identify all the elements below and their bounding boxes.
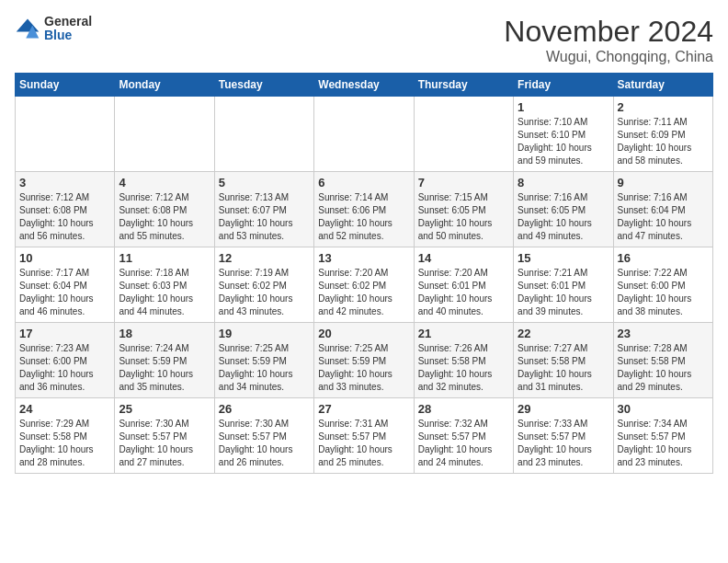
calendar-cell: 9Sunrise: 7:16 AM Sunset: 6:04 PM Daylig… xyxy=(613,172,712,247)
day-number: 13 xyxy=(318,251,409,265)
day-number: 17 xyxy=(19,327,110,340)
calendar-header: SundayMondayTuesdayWednesdayThursdayFrid… xyxy=(16,74,713,97)
day-number: 20 xyxy=(318,327,409,340)
weekday-header: Monday xyxy=(115,74,214,97)
day-info: Sunrise: 7:25 AM Sunset: 5:59 PM Dayligh… xyxy=(318,342,409,394)
day-info: Sunrise: 7:10 AM Sunset: 6:10 PM Dayligh… xyxy=(518,116,609,167)
calendar-cell: 6Sunrise: 7:14 AM Sunset: 6:06 PM Daylig… xyxy=(314,172,414,247)
calendar-cell: 5Sunrise: 7:13 AM Sunset: 6:07 PM Daylig… xyxy=(214,172,313,247)
calendar-cell: 29Sunrise: 7:33 AM Sunset: 5:57 PM Dayli… xyxy=(514,398,613,474)
day-number: 23 xyxy=(618,327,709,340)
day-number: 15 xyxy=(518,251,609,265)
day-number: 4 xyxy=(119,176,210,190)
day-number: 25 xyxy=(119,402,210,416)
calendar-cell xyxy=(314,97,414,172)
calendar-cell xyxy=(414,97,513,172)
day-info: Sunrise: 7:12 AM Sunset: 6:08 PM Dayligh… xyxy=(19,191,110,243)
day-info: Sunrise: 7:20 AM Sunset: 6:02 PM Dayligh… xyxy=(318,267,409,318)
day-number: 18 xyxy=(119,327,210,340)
svg-marker-0 xyxy=(17,19,40,32)
calendar-cell: 14Sunrise: 7:20 AM Sunset: 6:01 PM Dayli… xyxy=(414,247,513,323)
calendar-cell: 19Sunrise: 7:25 AM Sunset: 5:59 PM Dayli… xyxy=(214,323,313,398)
day-info: Sunrise: 7:33 AM Sunset: 5:57 PM Dayligh… xyxy=(518,418,609,469)
page-header: General Blue November 2024 Wugui, Chongq… xyxy=(15,15,713,65)
logo: General Blue xyxy=(15,15,92,43)
calendar-cell: 28Sunrise: 7:32 AM Sunset: 5:57 PM Dayli… xyxy=(414,398,513,474)
calendar-cell: 17Sunrise: 7:23 AM Sunset: 6:00 PM Dayli… xyxy=(16,323,115,398)
day-info: Sunrise: 7:16 AM Sunset: 6:05 PM Dayligh… xyxy=(518,191,609,243)
logo-general: General xyxy=(44,15,92,29)
day-info: Sunrise: 7:30 AM Sunset: 5:57 PM Dayligh… xyxy=(119,418,210,469)
calendar-cell: 1Sunrise: 7:10 AM Sunset: 6:10 PM Daylig… xyxy=(514,97,613,172)
calendar-cell: 18Sunrise: 7:24 AM Sunset: 5:59 PM Dayli… xyxy=(115,323,214,398)
day-info: Sunrise: 7:12 AM Sunset: 6:08 PM Dayligh… xyxy=(119,191,210,243)
logo-text: General Blue xyxy=(44,15,92,43)
calendar-cell: 4Sunrise: 7:12 AM Sunset: 6:08 PM Daylig… xyxy=(115,172,214,247)
calendar-cell: 3Sunrise: 7:12 AM Sunset: 6:08 PM Daylig… xyxy=(16,172,115,247)
calendar-cell: 30Sunrise: 7:34 AM Sunset: 5:57 PM Dayli… xyxy=(613,398,712,474)
day-number: 7 xyxy=(418,176,509,190)
day-number: 3 xyxy=(19,176,110,190)
day-number: 21 xyxy=(418,327,509,340)
calendar-cell: 23Sunrise: 7:28 AM Sunset: 5:58 PM Dayli… xyxy=(613,323,712,398)
day-info: Sunrise: 7:31 AM Sunset: 5:57 PM Dayligh… xyxy=(318,418,409,469)
weekday-header: Wednesday xyxy=(314,74,414,97)
day-info: Sunrise: 7:20 AM Sunset: 6:01 PM Dayligh… xyxy=(418,267,509,318)
month-title: November 2024 xyxy=(504,15,713,49)
weekday-header: Friday xyxy=(514,74,613,97)
day-info: Sunrise: 7:23 AM Sunset: 6:00 PM Dayligh… xyxy=(19,342,110,394)
day-info: Sunrise: 7:18 AM Sunset: 6:03 PM Dayligh… xyxy=(119,267,210,318)
calendar-week-row: 3Sunrise: 7:12 AM Sunset: 6:08 PM Daylig… xyxy=(16,172,713,247)
day-number: 30 xyxy=(618,402,709,416)
day-info: Sunrise: 7:32 AM Sunset: 5:57 PM Dayligh… xyxy=(418,418,509,469)
calendar-cell: 16Sunrise: 7:22 AM Sunset: 6:00 PM Dayli… xyxy=(613,247,712,323)
day-info: Sunrise: 7:29 AM Sunset: 5:58 PM Dayligh… xyxy=(19,418,110,469)
day-number: 9 xyxy=(618,176,709,190)
calendar-cell: 13Sunrise: 7:20 AM Sunset: 6:02 PM Dayli… xyxy=(314,247,414,323)
day-number: 14 xyxy=(418,251,509,265)
calendar-cell: 7Sunrise: 7:15 AM Sunset: 6:05 PM Daylig… xyxy=(414,172,513,247)
day-info: Sunrise: 7:34 AM Sunset: 5:57 PM Dayligh… xyxy=(618,418,709,469)
day-number: 28 xyxy=(418,402,509,416)
logo-blue: Blue xyxy=(44,29,92,42)
calendar-week-row: 17Sunrise: 7:23 AM Sunset: 6:00 PM Dayli… xyxy=(16,323,713,398)
day-info: Sunrise: 7:28 AM Sunset: 5:58 PM Dayligh… xyxy=(618,342,709,394)
weekday-header: Tuesday xyxy=(214,74,313,97)
day-info: Sunrise: 7:22 AM Sunset: 6:00 PM Dayligh… xyxy=(618,267,709,318)
calendar-week-row: 1Sunrise: 7:10 AM Sunset: 6:10 PM Daylig… xyxy=(16,97,713,172)
weekday-header: Saturday xyxy=(613,74,712,97)
day-info: Sunrise: 7:27 AM Sunset: 5:58 PM Dayligh… xyxy=(518,342,609,394)
day-info: Sunrise: 7:30 AM Sunset: 5:57 PM Dayligh… xyxy=(219,418,310,469)
weekday-row: SundayMondayTuesdayWednesdayThursdayFrid… xyxy=(16,74,713,97)
calendar-cell: 2Sunrise: 7:11 AM Sunset: 6:09 PM Daylig… xyxy=(613,97,712,172)
calendar-week-row: 10Sunrise: 7:17 AM Sunset: 6:04 PM Dayli… xyxy=(16,247,713,323)
calendar-cell: 12Sunrise: 7:19 AM Sunset: 6:02 PM Dayli… xyxy=(214,247,313,323)
calendar-cell: 22Sunrise: 7:27 AM Sunset: 5:58 PM Dayli… xyxy=(514,323,613,398)
day-info: Sunrise: 7:26 AM Sunset: 5:58 PM Dayligh… xyxy=(418,342,509,394)
day-info: Sunrise: 7:19 AM Sunset: 6:02 PM Dayligh… xyxy=(219,267,310,318)
day-info: Sunrise: 7:11 AM Sunset: 6:09 PM Dayligh… xyxy=(618,116,709,167)
day-number: 22 xyxy=(518,327,609,340)
day-number: 8 xyxy=(518,176,609,190)
calendar-cell: 11Sunrise: 7:18 AM Sunset: 6:03 PM Dayli… xyxy=(115,247,214,323)
calendar-cell xyxy=(115,97,214,172)
calendar-cell: 27Sunrise: 7:31 AM Sunset: 5:57 PM Dayli… xyxy=(314,398,414,474)
calendar-body: 1Sunrise: 7:10 AM Sunset: 6:10 PM Daylig… xyxy=(16,97,713,474)
day-number: 12 xyxy=(219,251,310,265)
day-number: 26 xyxy=(219,402,310,416)
day-number: 2 xyxy=(618,100,709,114)
day-number: 5 xyxy=(219,176,310,190)
day-info: Sunrise: 7:14 AM Sunset: 6:06 PM Dayligh… xyxy=(318,191,409,243)
calendar-cell: 15Sunrise: 7:21 AM Sunset: 6:01 PM Dayli… xyxy=(514,247,613,323)
calendar-cell: 8Sunrise: 7:16 AM Sunset: 6:05 PM Daylig… xyxy=(514,172,613,247)
day-number: 6 xyxy=(318,176,409,190)
day-number: 27 xyxy=(318,402,409,416)
title-section: November 2024 Wugui, Chongqing, China xyxy=(504,15,713,65)
day-number: 24 xyxy=(19,402,110,416)
calendar-cell xyxy=(214,97,313,172)
calendar-cell: 24Sunrise: 7:29 AM Sunset: 5:58 PM Dayli… xyxy=(16,398,115,474)
day-info: Sunrise: 7:15 AM Sunset: 6:05 PM Dayligh… xyxy=(418,191,509,243)
calendar-cell: 21Sunrise: 7:26 AM Sunset: 5:58 PM Dayli… xyxy=(414,323,513,398)
calendar-cell: 26Sunrise: 7:30 AM Sunset: 5:57 PM Dayli… xyxy=(214,398,313,474)
calendar-cell: 10Sunrise: 7:17 AM Sunset: 6:04 PM Dayli… xyxy=(16,247,115,323)
